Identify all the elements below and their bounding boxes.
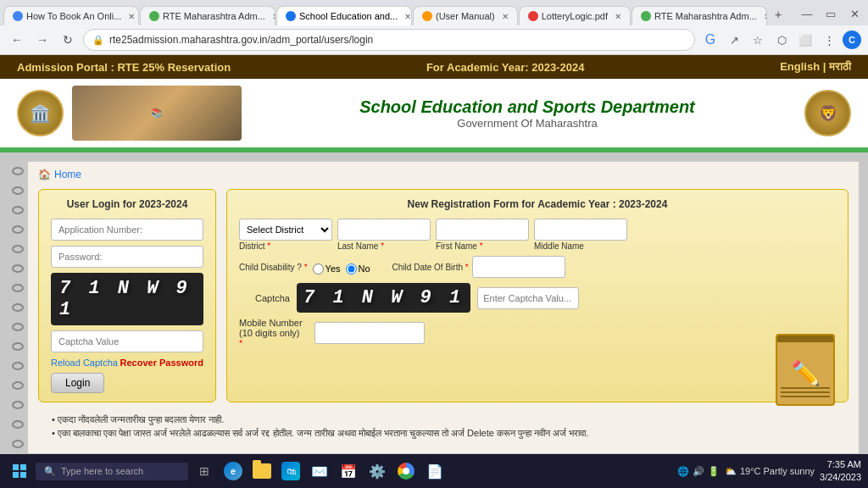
google-apps-button[interactable]: G xyxy=(700,30,721,50)
file-explorer-icon[interactable] xyxy=(249,458,275,484)
reload-captcha-link[interactable]: Reload Captcha xyxy=(51,358,118,368)
tab-4[interactable]: (User Manual) ✕ xyxy=(413,6,518,25)
tab-6[interactable]: RTE Maharashtra Adm... ✕ xyxy=(632,6,767,25)
calendar-icon[interactable]: 📅 xyxy=(336,458,361,484)
district-name-row: Select District Pune Mumbai Nashik Nagpu… xyxy=(239,219,836,251)
taskbar-search[interactable]: 🔍 Type here to search xyxy=(36,463,188,480)
tab-label-3: School Education and... xyxy=(299,11,398,21)
task-view-button[interactable]: ⊞ xyxy=(192,458,217,484)
system-tray: 🌐 🔊 🔋 ⛅ 19°C Partly sunny 7:35 AM 3/24/2… xyxy=(677,458,861,485)
tab-favicon-2 xyxy=(149,11,159,21)
more-options-button[interactable]: ⋮ xyxy=(819,30,839,50)
government-name: Government Of Maharashtra xyxy=(250,117,804,130)
edge-icon[interactable]: e xyxy=(220,458,246,484)
minimize-button[interactable]: — xyxy=(797,3,817,24)
reg-captcha-input[interactable] xyxy=(477,287,579,309)
captcha-image: 7 1 N W 9 1 xyxy=(51,273,203,325)
mobile-row: Mobile Number (10 digits only) * xyxy=(239,318,836,348)
profile-avatar[interactable]: C xyxy=(843,30,861,49)
browser-chrome: How To Book An Onli... ✕ RTE Maharashtra… xyxy=(0,0,868,55)
tab-2[interactable]: RTE Maharashtra Adm... ✕ xyxy=(140,6,275,25)
weather-icon: ⛅ xyxy=(725,466,737,477)
windows-start-button[interactable] xyxy=(7,458,32,484)
tab-bar: How To Book An Onli... ✕ RTE Maharashtra… xyxy=(0,0,868,25)
tab-close-2[interactable]: ✕ xyxy=(272,12,275,21)
tab-label-4: (User Manual) xyxy=(436,11,495,21)
spiral-binding xyxy=(8,161,27,454)
tab-label-5: LotteryLogic.pdf xyxy=(542,11,608,21)
banner-center-text: For Academic Year: 2023-2024 xyxy=(426,61,584,74)
reload-button[interactable]: ↻ xyxy=(58,30,78,50)
mail-icon[interactable]: ✉️ xyxy=(307,458,332,484)
weather-text: 19°C Partly sunny xyxy=(740,466,815,476)
password-input[interactable] xyxy=(51,246,203,268)
windows-icon xyxy=(12,463,27,479)
tab-close-4[interactable]: ✕ xyxy=(502,12,509,21)
reg-captcha-image: 7 1 N W 9 1 xyxy=(297,283,470,313)
last-name-input[interactable] xyxy=(337,219,431,241)
tab-label-6: RTE Maharashtra Adm... xyxy=(654,11,757,21)
bookmark-button[interactable]: ☆ xyxy=(748,30,768,50)
save-button[interactable]: ⬜ xyxy=(795,30,815,50)
login-button[interactable]: Login xyxy=(51,373,104,393)
close-browser-button[interactable]: ✕ xyxy=(844,3,865,24)
breadcrumb[interactable]: 🏠 Home xyxy=(38,169,849,180)
svg-rect-2 xyxy=(13,472,19,478)
reg-captcha-text: 7 1 N W 9 1 xyxy=(303,287,464,308)
new-tab-button[interactable]: + xyxy=(768,3,788,25)
acrobat-icon[interactable]: 📄 xyxy=(422,458,448,484)
main-content-area: 🏠 Home User Login for 2023-2024 7 1 N W … xyxy=(27,161,860,454)
tab-favicon-4 xyxy=(422,11,432,21)
dob-input[interactable] xyxy=(472,256,565,278)
forward-button[interactable]: → xyxy=(32,30,53,50)
search-icon: 🔍 xyxy=(44,466,56,477)
restore-button[interactable]: ▭ xyxy=(821,3,841,24)
search-placeholder: Type here to search xyxy=(61,466,143,476)
recover-password-link[interactable]: Recover Password xyxy=(120,358,203,368)
department-name: School Education and Sports Department xyxy=(250,97,804,117)
taskbar: 🔍 Type here to search ⊞ e 🛍 ✉️ 📅 ⚙️ 📄 🌐 … xyxy=(0,454,868,488)
tab-close-6[interactable]: ✕ xyxy=(764,12,767,21)
notebook-area: 🏠 Home User Login for 2023-2024 7 1 N W … xyxy=(0,152,868,463)
registration-form: New Registration Form for Academic Year … xyxy=(226,189,849,402)
registration-form-title: New Registration Form for Academic Year … xyxy=(239,198,836,210)
store-icon[interactable]: 🛍 xyxy=(278,458,303,484)
tab-close-1[interactable]: ✕ xyxy=(128,12,135,21)
extensions-button[interactable]: ⬡ xyxy=(771,30,792,50)
child-disability-label: Child Disability ? * xyxy=(239,263,308,272)
disability-radio-group: Yes No xyxy=(313,263,370,274)
weather-widget: ⛅ 19°C Partly sunny xyxy=(725,466,815,477)
yes-radio-label[interactable]: Yes xyxy=(313,263,341,274)
no-radio[interactable] xyxy=(346,263,357,274)
yes-radio[interactable] xyxy=(313,263,324,274)
disability-dob-row: Child Disability ? * Yes No xyxy=(239,256,836,278)
tab-3[interactable]: School Education and... ✕ xyxy=(276,6,412,25)
lock-icon: 🔒 xyxy=(92,35,104,46)
address-bar[interactable]: 🔒 rte25admission.maharashtra.gov.in/adm_… xyxy=(83,29,695,51)
district-select[interactable]: Select District Pune Mumbai Nashik Nagpu… xyxy=(239,219,332,241)
reg-captcha-label: Captcha xyxy=(239,293,290,303)
tab-5[interactable]: LotteryLogic.pdf ✕ xyxy=(519,6,631,25)
settings-icon[interactable]: ⚙️ xyxy=(364,458,390,484)
language-selector[interactable]: English | मराठी xyxy=(780,60,851,74)
tab-close-3[interactable]: ✕ xyxy=(404,12,411,21)
last-name-label: Last Name * xyxy=(337,241,431,251)
right-emblem: 🦁 xyxy=(804,90,851,136)
no-radio-label[interactable]: No xyxy=(346,263,370,274)
notepad-decoration: ✏️ xyxy=(776,334,839,410)
tab-favicon-1 xyxy=(13,11,23,21)
middle-name-input[interactable] xyxy=(534,219,627,241)
tab-1[interactable]: How To Book An Onli... ✕ xyxy=(3,6,139,25)
tab-close-5[interactable]: ✕ xyxy=(615,12,621,21)
application-number-input[interactable] xyxy=(51,219,203,241)
chrome-icon[interactable] xyxy=(393,458,419,484)
svg-rect-0 xyxy=(13,464,19,470)
captcha-value-input[interactable] xyxy=(51,330,203,352)
mobile-number-input[interactable] xyxy=(314,322,425,344)
links-row: Reload Captcha Recover Password xyxy=(51,358,203,368)
share-button[interactable]: ↗ xyxy=(724,30,744,50)
district-field-group: Select District Pune Mumbai Nashik Nagpu… xyxy=(239,219,332,251)
first-name-input[interactable] xyxy=(436,219,529,241)
back-button[interactable]: ← xyxy=(7,30,27,50)
home-link[interactable]: Home xyxy=(54,169,81,180)
